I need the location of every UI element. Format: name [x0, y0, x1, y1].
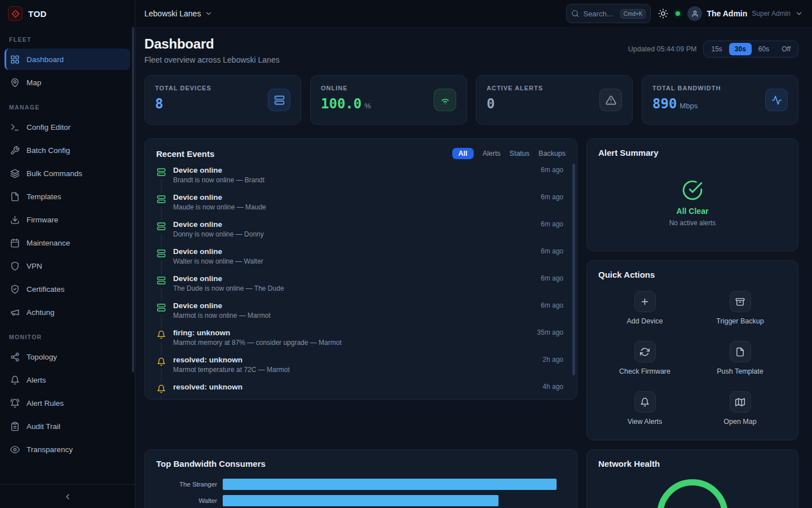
search-shortcut-badge: Cmd+K — [620, 9, 646, 19]
bandwidth-bar-chart: The Stranger Walter — [145, 474, 577, 506]
quick-action-label: Open Map — [723, 418, 756, 426]
wifi-icon — [434, 89, 456, 111]
user-menu[interactable]: The Admin Super Admin — [687, 6, 803, 21]
event-title: Device online — [173, 193, 534, 202]
event-row: firing: unknown Marmot memory at 87% — c… — [156, 329, 563, 356]
alert-summary-detail: No active alerts — [669, 219, 716, 227]
filter-status[interactable]: Status — [510, 150, 529, 157]
stat-value: 8 — [155, 96, 163, 112]
network-health-card: Network Health — [586, 449, 798, 508]
sidebar-item-transparency[interactable]: Transparency — [5, 439, 130, 460]
events-scrollbar[interactable] — [572, 164, 575, 375]
network-icon — [10, 352, 20, 362]
sidebar-item-certificates[interactable]: Certificates — [5, 278, 130, 300]
stat-value: 100.0 — [321, 96, 361, 112]
event-detail: Marmot is now online — Marmot — [173, 312, 534, 319]
event-row: resolved: unknown 4h ago — [156, 383, 563, 399]
sidebar-item-bulk-commands[interactable]: Bulk Commands — [5, 163, 130, 184]
sidebar-item-alerts[interactable]: Alerts — [5, 369, 130, 391]
filter-backups[interactable]: Backups — [539, 150, 566, 157]
event-title: Device online — [173, 274, 534, 283]
filter-alerts[interactable]: Alerts — [483, 150, 501, 157]
quick-action-open-map[interactable]: Open Map — [692, 388, 788, 429]
event-row: Device online The Dude is now online — T… — [156, 274, 563, 301]
event-detail: Maude is now online — Maude — [173, 203, 534, 211]
filter-all[interactable]: All — [452, 148, 474, 159]
server-icon — [157, 168, 166, 177]
server-icon — [157, 222, 166, 231]
sidebar-item-config-editor[interactable]: Config Editor — [5, 116, 130, 138]
sidebar-item-firmware[interactable]: Firmware — [5, 209, 130, 230]
network-health-title: Network Health — [598, 459, 660, 468]
sidebar-item-maintenance[interactable]: Maintenance — [5, 232, 130, 253]
sidebar-item-achtung[interactable]: Achtung — [5, 301, 130, 323]
alert-summary-status: All Clear — [677, 207, 709, 216]
stat-unit: % — [364, 102, 371, 110]
refresh-option-off[interactable]: Off — [776, 43, 796, 55]
sidebar-item-batch-config[interactable]: Batch Config — [5, 139, 130, 161]
sidebar-item-label: Transparency — [27, 445, 73, 454]
brand-name: TOD — [28, 9, 47, 19]
bandwidth-bar — [223, 495, 498, 506]
event-time: 6m ago — [541, 166, 563, 193]
quick-action-push-template[interactable]: Push Template — [692, 338, 788, 379]
quick-action-label: Add Device — [627, 317, 663, 325]
dashboard-grid-icon — [10, 55, 20, 64]
recent-events-card: Recent Events All Alerts Status Backups … — [144, 138, 577, 400]
sidebar-item-label: Alerts — [27, 376, 46, 384]
refresh-option-60s[interactable]: 60s — [753, 43, 775, 55]
server-icon — [157, 249, 166, 258]
sidebar-item-label: Certificates — [27, 285, 65, 294]
refresh-option-15s[interactable]: 15s — [705, 43, 727, 55]
search-input[interactable]: Search... Cmd+K — [566, 4, 651, 23]
quick-action-trigger-backup[interactable]: Trigger Backup — [692, 287, 788, 329]
alert-summary-card: Alert Summary All Clear No active alerts — [586, 138, 798, 251]
quick-action-view-alerts[interactable]: View Alerts — [597, 388, 692, 429]
chevron-down-icon — [205, 10, 213, 17]
dashboard-content: Dashboard Fleet overview across Lebowski… — [135, 27, 812, 508]
user-name: The Admin — [707, 9, 747, 18]
sidebar-item-map[interactable]: Map — [5, 72, 130, 93]
event-detail: Marmot temperature at 72C — Marmot — [173, 366, 536, 374]
sidebar-item-alert-rules[interactable]: Alert Rules — [5, 392, 130, 414]
top-bandwidth-title: Top Bandwidth Consumers — [156, 459, 266, 468]
sidebar-item-vpn[interactable]: VPN — [5, 255, 130, 277]
sidebar-item-label: VPN — [27, 262, 42, 270]
sidebar-item-audit-trail[interactable]: Audit Trail — [5, 415, 130, 437]
event-time: 35m ago — [537, 329, 563, 356]
quick-action-label: Push Template — [717, 367, 763, 375]
sidebar-collapse-button[interactable] — [0, 484, 135, 508]
event-row: Device online Marmot is now online — Mar… — [156, 301, 563, 329]
top-bandwidth-card: Top Bandwidth Consumers The Stranger Wal… — [144, 449, 577, 508]
quick-action-add-device[interactable]: Add Device — [597, 287, 692, 329]
stat-card-total-devices: TOTAL DEVICES 8 — [144, 75, 301, 125]
event-title: Device online — [173, 301, 534, 310]
user-icon — [691, 10, 699, 17]
sidebar: TOD FLEET Dashboard Map MANAGE Config Ed… — [0, 0, 135, 508]
quick-action-check-firmware[interactable]: Check Firmware — [597, 338, 692, 379]
shield-icon — [10, 261, 20, 271]
sidebar-item-topology[interactable]: Topology — [5, 346, 130, 367]
event-title: Device online — [173, 220, 534, 229]
refresh-option-30s[interactable]: 30s — [729, 43, 752, 55]
search-icon — [571, 10, 579, 17]
sidebar-item-label: Alert Rules — [27, 399, 64, 408]
sidebar-scrollbar[interactable] — [132, 27, 134, 373]
event-row: Device online Donny is now online — Donn… — [156, 220, 563, 247]
user-role: Super Admin — [752, 10, 791, 17]
server-icon — [157, 276, 166, 285]
stat-label: TOTAL DEVICES — [155, 85, 211, 91]
stat-unit: Mbps — [679, 102, 698, 110]
sidebar-item-dashboard[interactable]: Dashboard — [5, 49, 130, 70]
theme-toggle-button[interactable] — [658, 8, 668, 19]
bell-icon — [157, 330, 166, 339]
map-pin-icon — [10, 78, 20, 87]
calendar-icon — [10, 238, 20, 248]
bandwidth-bar-row: Walter — [156, 495, 563, 506]
org-switcher[interactable]: Lebowski Lanes — [144, 9, 213, 18]
sidebar-item-label: Templates — [27, 192, 61, 201]
file-icon — [730, 341, 751, 362]
bell-icon — [157, 357, 166, 366]
sidebar-item-templates[interactable]: Templates — [5, 186, 130, 207]
alert-summary-title: Alert Summary — [598, 148, 659, 157]
